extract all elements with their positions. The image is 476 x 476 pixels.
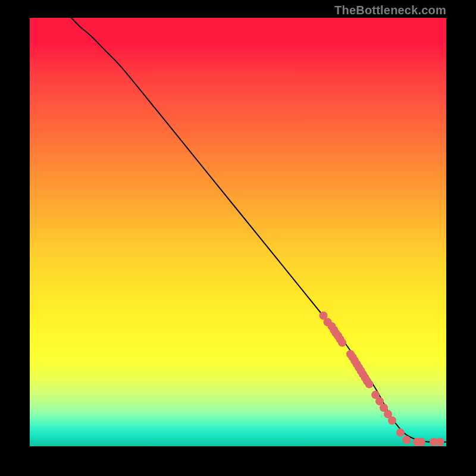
marker-point <box>403 436 411 444</box>
marker-group <box>320 311 444 446</box>
marker-point <box>365 380 374 389</box>
marker-point <box>436 438 444 446</box>
marker-point <box>388 416 396 425</box>
plot-area <box>30 18 446 446</box>
marker-point <box>396 428 405 437</box>
marker-point <box>417 438 425 446</box>
main-curve <box>71 18 446 442</box>
chart-svg <box>30 18 446 446</box>
watermark-text: TheBottleneck.com <box>334 4 446 17</box>
marker-point <box>338 339 346 347</box>
chart-stage: TheBottleneck.com <box>0 0 476 476</box>
